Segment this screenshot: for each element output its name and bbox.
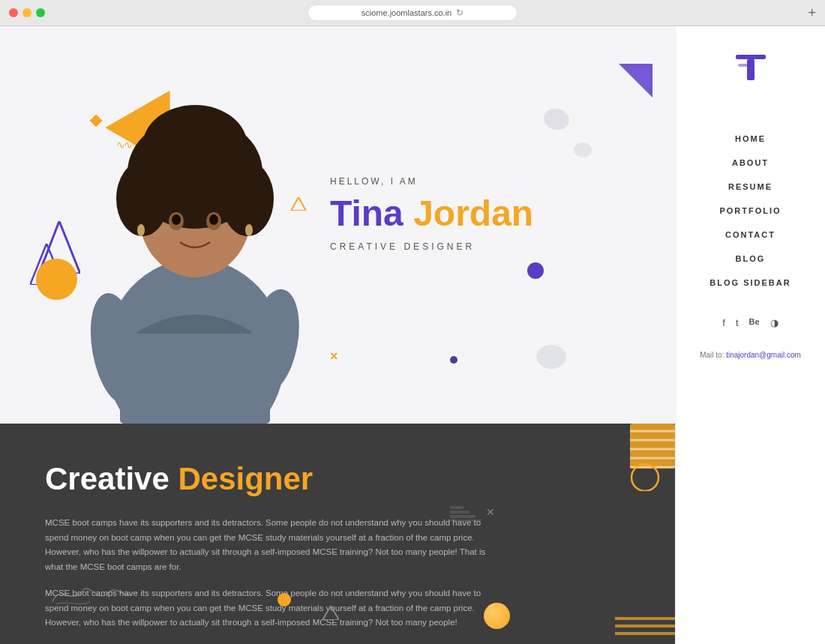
mail-address[interactable]: tinajordan@gmail.com: [726, 351, 801, 359]
about-paragraph-1: MCSE boot camps have its supporters and …: [45, 516, 495, 574]
sidebar: HOME ABOUT RESUME PORTFOLIO CONTACT BLOG…: [675, 26, 825, 644]
svg-point-17: [172, 214, 181, 225]
maximize-button[interactable]: [36, 8, 45, 17]
hero-greeting: HELLOW, I AM: [330, 176, 615, 187]
name-last: Jordan: [413, 193, 533, 233]
about-title-creative: Creative: [45, 461, 178, 496]
name-first: Tina: [330, 193, 413, 233]
mail-label: Mail to:: [700, 351, 724, 359]
orange-x: ×: [330, 349, 338, 364]
traffic-lights: [9, 8, 45, 17]
about-title-designer: Designer: [178, 461, 313, 496]
purple-deco-corner: [611, 64, 652, 112]
about-triangle-outline: [322, 606, 339, 623]
nav-item-home[interactable]: HOME: [676, 127, 825, 151]
close-button[interactable]: [9, 8, 18, 17]
nav-item-blog[interactable]: BLOG: [676, 247, 825, 271]
nav-item-about[interactable]: ABOUT: [676, 151, 825, 175]
about-top-deco: [585, 424, 675, 494]
svg-rect-34: [450, 520, 482, 521]
svg-rect-40: [747, 59, 754, 80]
logo-svg: [732, 49, 770, 86]
gray-blob2: [574, 142, 592, 160]
about-bottom-right-deco: [615, 604, 675, 644]
svg-rect-39: [736, 55, 766, 59]
hero-text-block: HELLOW, I AM Tina Jordan CREATIVE DESIGN…: [330, 176, 615, 252]
about-orange-sphere: [484, 603, 510, 629]
svg-point-14: [142, 105, 248, 187]
address-bar[interactable]: sciome.joomlastars.co.in ↻: [308, 4, 518, 21]
svg-rect-32: [450, 511, 470, 514]
url-text: sciome.joomlastars.co.in: [362, 8, 452, 17]
nav-item-portfolio[interactable]: PORTFOLIO: [676, 199, 825, 223]
about-section: ✕ Creative Designer MCSE boot camps have…: [0, 424, 675, 644]
hero-subtitle: CREATIVE DESIGNER: [330, 241, 615, 252]
twitter-icon[interactable]: t: [736, 317, 739, 328]
about-close-icon[interactable]: ✕: [486, 506, 495, 518]
signature: [45, 576, 135, 614]
logo: [732, 49, 770, 89]
person-image: [75, 41, 315, 424]
main-wrapper: ∿∿∿: [0, 26, 825, 644]
facebook-icon[interactable]: f: [722, 317, 725, 328]
svg-rect-31: [450, 506, 464, 509]
svg-point-20: [245, 224, 253, 236]
gray-blob3: [536, 345, 566, 372]
svg-rect-41: [738, 64, 749, 67]
svg-point-18: [209, 214, 218, 225]
orange-circle-left: [36, 259, 77, 300]
refresh-icon[interactable]: ↻: [456, 7, 464, 18]
nav-item-blog-sidebar[interactable]: BLOG SIDEBAR: [676, 271, 825, 295]
svg-marker-35: [322, 606, 339, 620]
gray-blob1: [544, 109, 570, 133]
svg-point-19: [137, 224, 145, 236]
svg-rect-21: [120, 341, 270, 424]
hero-section: ∿∿∿: [0, 26, 675, 424]
nav-menu: HOME ABOUT RESUME PORTFOLIO CONTACT BLOG…: [676, 127, 825, 295]
svg-point-3: [574, 142, 592, 157]
new-tab-button[interactable]: +: [808, 5, 816, 21]
content-area: ∿∿∿: [0, 26, 675, 644]
purple-ball: [527, 262, 544, 279]
hero-name: Tina Jordan: [330, 193, 615, 234]
steps-decoration: [450, 484, 488, 524]
github-icon[interactable]: ◑: [770, 317, 778, 328]
behance-icon[interactable]: Be: [749, 317, 760, 328]
purple-ball-small: [450, 356, 458, 364]
nav-item-contact[interactable]: CONTACT: [676, 223, 825, 247]
about-title: Creative Designer: [45, 461, 630, 497]
about-orange-dot: [278, 593, 291, 607]
mail-line: Mail to: tinajordan@gmail.com: [700, 351, 801, 359]
svg-rect-33: [450, 515, 476, 518]
svg-point-5: [536, 345, 566, 369]
svg-point-2: [544, 109, 570, 130]
nav-item-resume[interactable]: RESUME: [676, 175, 825, 199]
browser-chrome: sciome.joomlastars.co.in ↻ +: [0, 0, 825, 26]
social-icons: f t Be ◑: [722, 317, 778, 328]
minimize-button[interactable]: [22, 8, 32, 17]
